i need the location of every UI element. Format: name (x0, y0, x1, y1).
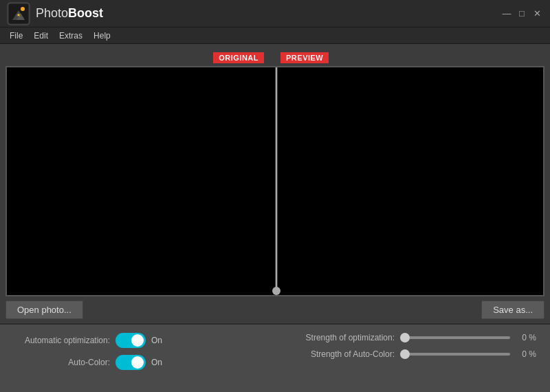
main-content: ORIGINAL PREVIEW Open photo... Save as..… (0, 44, 550, 392)
original-badge: ORIGINAL (213, 52, 264, 63)
canvas-preview (275, 67, 543, 295)
menu-extras[interactable]: Extras (54, 30, 88, 42)
controls-grid: Automatic optimization: On Auto-Color: O… (14, 333, 536, 370)
strength-optimization-row: Strength of optimization: 0 % (285, 333, 536, 342)
window-controls: — □ ✕ (500, 8, 543, 20)
auto-color-label: Auto-Color: (14, 358, 110, 367)
strength-optimization-label: Strength of optimization: (285, 333, 395, 342)
label-preview-container: PREVIEW (274, 50, 544, 66)
save-as-button[interactable]: Save as... (481, 301, 544, 319)
app-logo (7, 2, 30, 25)
minimize-button[interactable]: — (500, 8, 513, 20)
close-button[interactable]: ✕ (531, 8, 543, 20)
auto-optimization-label: Automatic optimization: (14, 336, 110, 345)
auto-optimization-state: On (151, 336, 162, 345)
menu-bar: File Edit Extras Help (0, 28, 550, 44)
svg-point-4 (21, 7, 25, 11)
canvas-row (6, 66, 544, 296)
auto-color-row: Auto-Color: On (14, 355, 257, 370)
menu-edit[interactable]: Edit (28, 30, 54, 42)
menu-help[interactable]: Help (88, 30, 116, 42)
auto-optimization-toggle[interactable] (116, 333, 146, 348)
strength-autocolor-slider[interactable] (400, 353, 510, 356)
auto-optimization-row: Automatic optimization: On (14, 333, 257, 348)
labels-row: ORIGINAL PREVIEW (6, 50, 544, 66)
canvas-original (7, 67, 275, 295)
button-row: Open photo... Save as... (6, 296, 544, 323)
auto-color-state: On (151, 358, 162, 367)
preview-section: ORIGINAL PREVIEW Open photo... Save as..… (0, 44, 550, 323)
auto-color-toggle[interactable] (116, 355, 146, 370)
menu-file[interactable]: File (4, 30, 28, 42)
app-title: PhotoBoost (36, 6, 500, 21)
strength-autocolor-label: Strength of Auto-Color: (285, 349, 395, 359)
label-original-container: ORIGINAL (6, 50, 271, 66)
controls-section: Automatic optimization: On Auto-Color: O… (0, 323, 550, 392)
strength-autocolor-row: Strength of Auto-Color: 0 % (285, 349, 536, 359)
preview-badge: PREVIEW (280, 52, 329, 63)
open-photo-button[interactable]: Open photo... (6, 301, 83, 319)
title-bar: PhotoBoost — □ ✕ (0, 0, 550, 28)
strength-autocolor-value: 0 % (516, 349, 536, 359)
strength-optimization-value: 0 % (516, 333, 536, 342)
strength-optimization-slider[interactable] (400, 336, 510, 339)
divider[interactable] (275, 67, 278, 295)
maximize-button[interactable]: □ (516, 8, 528, 20)
